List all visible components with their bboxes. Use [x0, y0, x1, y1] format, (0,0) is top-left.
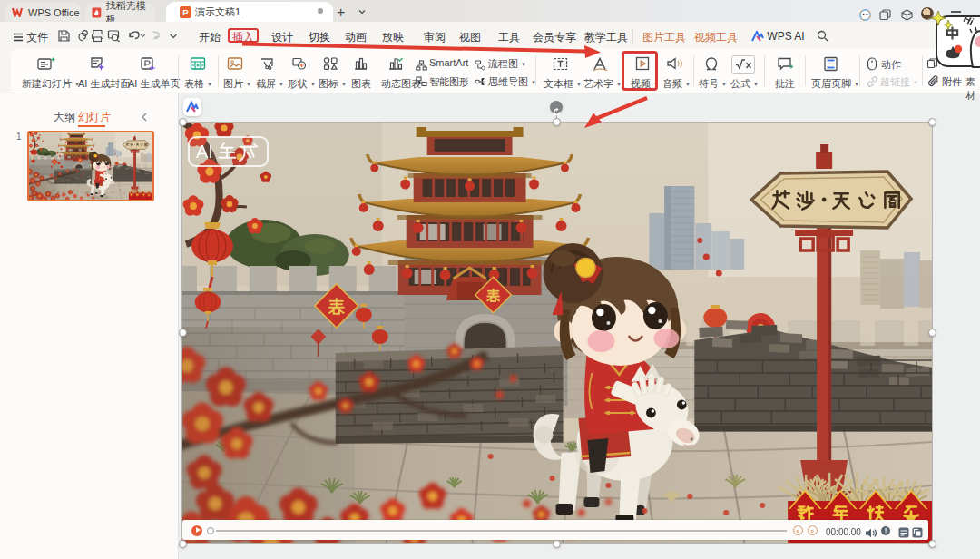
svg-text:P: P	[182, 7, 189, 17]
